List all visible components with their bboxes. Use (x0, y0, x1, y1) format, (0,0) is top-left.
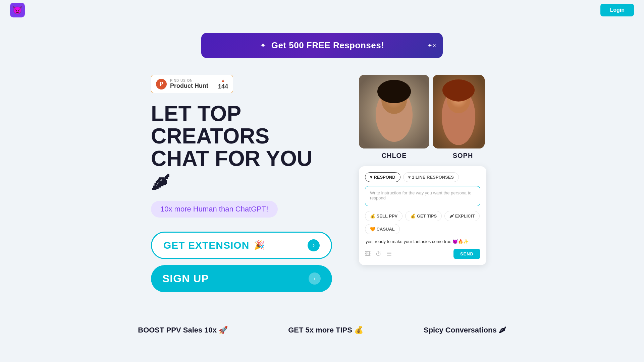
main-content: P FIND US ON Product Hunt ▲ 144 LET TOP … (0, 65, 644, 302)
signup-button[interactable]: SIGN UP › (151, 265, 332, 292)
respond-tag[interactable]: ♥ RESPOND (365, 172, 400, 182)
sophie-portrait-svg (433, 75, 485, 148)
right-section: CHLOE (359, 75, 493, 265)
one-line-tag[interactable]: ♥ 1 LINE RESPONSES (403, 172, 459, 182)
chat-bottom-tags: 💰 SELL PPV 💰 GET TIPS 🌶 EXPLICIT 🧡 CASUA… (365, 211, 480, 234)
stat-tips: GET 5x more TIPS 💰 (288, 326, 363, 335)
stat-spicy: Spicy Conversations 🌶 (424, 326, 506, 335)
bottom-stats: BOOST PPV Sales 10x 🚀 GET 5x more TIPS 💰… (0, 316, 644, 341)
chat-instruction-input[interactable]: Write instruction for the way you want t… (365, 186, 480, 206)
hero-title-line2: CHAT FOR YOU 🌶 (151, 147, 332, 192)
chat-footer-icons: 🖼 ⏱ ☰ (365, 250, 392, 258)
creator-photo-sophie (433, 75, 485, 148)
upvote-count: 144 (218, 83, 228, 90)
signup-label: SIGN UP (162, 273, 209, 285)
casual-tag[interactable]: 🧡 CASUAL (365, 224, 400, 234)
svg-point-9 (442, 79, 475, 101)
explicit-tag[interactable]: 🌶 EXPLICIT (444, 211, 480, 221)
product-hunt-text: FIND US ON Product Hunt (170, 79, 208, 89)
chat-widget: ♥ RESPOND ♥ 1 LINE RESPONSES Write instr… (359, 166, 486, 265)
left-section: P FIND US ON Product Hunt ▲ 144 LET TOP … (151, 75, 332, 292)
sell-ppv-tag[interactable]: 💰 SELL PPV (365, 211, 402, 221)
find-us-on-label: FIND US ON (170, 79, 208, 82)
clock-icon[interactable]: ⏱ (376, 250, 382, 258)
creator-photos: CHLOE (359, 75, 493, 160)
extension-emoji: 🎉 (254, 240, 265, 250)
menu-icon[interactable]: ☰ (386, 250, 392, 258)
chat-response-text: yes, ready to make your fantasies come t… (365, 239, 480, 244)
chloe-portrait-svg (359, 75, 429, 148)
chili-icon: 🌶 (151, 172, 170, 193)
send-button[interactable]: SEND (453, 249, 480, 259)
creator-name-chloe: CHLOE (359, 152, 429, 160)
extension-arrow-icon: › (308, 239, 320, 251)
chat-top-tags: ♥ RESPOND ♥ 1 LINE RESPONSES (365, 172, 480, 182)
subtitle-text: 10x more Human than ChatGPT! (160, 205, 268, 213)
header: 😈 Login (0, 0, 644, 20)
promo-banner: ✦ Get 500 FREE Responses! ✦× (201, 33, 443, 58)
subtitle-box: 10x more Human than ChatGPT! (151, 201, 278, 218)
sparkle-left-icon: ✦ (260, 41, 266, 50)
creator-name-sophie: SOPH (433, 152, 493, 160)
product-hunt-badge[interactable]: P FIND US ON Product Hunt ▲ 144 (151, 75, 233, 93)
image-icon[interactable]: 🖼 (365, 250, 371, 258)
logo: 😈 (10, 3, 25, 17)
signup-arrow-icon: › (309, 273, 321, 285)
extension-button-label: GET EXTENSION (163, 240, 249, 251)
stat-ppv: BOOST PPV Sales 10x 🚀 (138, 326, 228, 335)
close-icon: ✦× (427, 42, 436, 49)
logo-emoji: 😈 (12, 5, 22, 15)
product-hunt-icon: P (156, 79, 167, 89)
product-hunt-name: Product Hunt (170, 82, 208, 89)
chat-footer: 🖼 ⏱ ☰ SEND (365, 249, 480, 259)
banner-text: Get 500 FREE Responses! (271, 40, 384, 51)
login-button[interactable]: Login (600, 4, 634, 16)
upvote-arrow-icon: ▲ (221, 78, 225, 83)
creator-card-chloe: CHLOE (359, 75, 429, 160)
hero-title-line1: LET TOP CREATORS (151, 103, 332, 147)
product-hunt-count-group: ▲ 144 (214, 78, 228, 90)
svg-point-4 (377, 80, 411, 103)
creator-photo-chloe (359, 75, 429, 148)
get-tips-tag[interactable]: 💰 GET TIPS (405, 211, 442, 221)
chat-placeholder: Write instruction for the way you want t… (370, 190, 472, 200)
banner-close-button[interactable]: ✦× (427, 42, 436, 49)
get-extension-button[interactable]: GET EXTENSION 🎉 › (151, 232, 332, 259)
hero-title: LET TOP CREATORS CHAT FOR YOU 🌶 (151, 103, 332, 193)
creator-card-sophie: SOPH (433, 75, 493, 160)
